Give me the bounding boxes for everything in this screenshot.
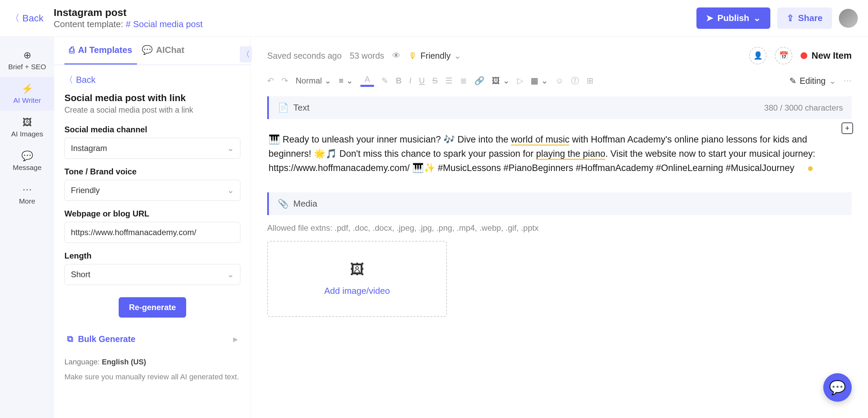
header-actions: ➤ Publish ⌄ ⇪ Share	[696, 7, 858, 29]
image-icon: 🖼	[492, 76, 500, 86]
avatar[interactable]	[839, 9, 858, 28]
tone-value: Friendly	[71, 186, 100, 195]
media-dropzone[interactable]: 🖼 Add image/video	[267, 241, 447, 317]
left-nav: ⊕ Brief + SEO ⚡ AI Writer 🖼 AI Images 💬 …	[0, 37, 54, 418]
chat-fab-button[interactable]: 💬	[823, 373, 852, 402]
channel-label: Social media channel	[64, 125, 240, 134]
italic-button[interactable]: I	[409, 76, 412, 86]
language-value[interactable]: English (US)	[102, 358, 146, 366]
user-plus-icon: 👤	[753, 51, 763, 60]
channel-select[interactable]: Instagram ⌄	[64, 138, 240, 159]
link-button[interactable]: 🔗	[474, 76, 485, 86]
nav-more[interactable]: ⋯ More	[0, 178, 54, 211]
align-select[interactable]: ≡⌄	[339, 76, 353, 86]
nav-message[interactable]: 💬 Message	[0, 144, 54, 178]
emoji-button[interactable]: ☺	[555, 76, 564, 86]
redo-button[interactable]: ↷	[281, 76, 288, 86]
content-part: 🎹 Ready to unleash your inner musician? …	[269, 134, 511, 145]
editor-topbar: Saved seconds ago 53 words 👁 🎙 Friendly …	[267, 47, 852, 64]
style-select[interactable]: Normal ⌄	[296, 76, 331, 86]
back-button[interactable]: 〈 Back	[10, 12, 43, 25]
add-user-button[interactable]: 👤	[749, 47, 767, 64]
tone-select[interactable]: Friendly ⌄	[64, 180, 240, 201]
collapse-panel-button[interactable]: 〈	[240, 46, 252, 62]
channel-value: Instagram	[71, 144, 107, 153]
template-line: Content template: # Social media post	[54, 19, 696, 30]
image-insert-button[interactable]: 🖼⌄	[492, 76, 510, 86]
more-icon: ⋯	[22, 184, 32, 195]
target-icon: ⊕	[23, 50, 31, 61]
undo-button[interactable]: ↶	[267, 76, 274, 86]
content-text[interactable]: + 🎹 Ready to unleash your inner musician…	[267, 119, 852, 189]
align-icon: ≡	[339, 76, 343, 86]
header-title-group: Instagram post Content template: # Socia…	[54, 7, 696, 30]
publish-button[interactable]: ➤ Publish ⌄	[696, 7, 770, 29]
chevron-down-icon: ⌄	[324, 76, 331, 86]
length-select[interactable]: Short ⌄	[64, 264, 240, 285]
url-label: Webpage or blog URL	[64, 209, 240, 218]
language-label: Language:	[64, 358, 100, 366]
chat-icon: 💬	[829, 380, 846, 396]
chevron-down-icon: ⌄	[753, 13, 761, 23]
chevron-down-icon: ⌄	[227, 144, 234, 153]
chevron-down-icon: ⌄	[227, 186, 234, 195]
share-button[interactable]: ⇪ Share	[777, 7, 832, 29]
text-section-header: 📄 Text 380 / 3000 characters	[267, 96, 852, 119]
status-dot-icon	[801, 52, 807, 59]
tab-aichat[interactable]: 💬 AIChat	[137, 37, 189, 64]
chat-bubbles-icon: 💬	[142, 45, 153, 55]
copy-icon: ⧉	[67, 334, 73, 344]
panel-back-button[interactable]: 〈 Back	[64, 74, 240, 86]
length-label: Length	[64, 251, 240, 261]
annotation-dot-icon[interactable]	[808, 166, 813, 171]
font-color-button[interactable]: A	[360, 75, 374, 87]
video-button[interactable]: ▷	[517, 76, 523, 86]
bulk-generate-button[interactable]: ⧉ Bulk Generate ▸	[64, 330, 240, 347]
section-title-text: Text	[293, 102, 310, 113]
add-block-button[interactable]: +	[842, 122, 853, 134]
section-title-text: Media	[293, 198, 317, 209]
url-value: https://www.hoffmanacademy.com/	[71, 228, 196, 237]
pencil-icon: ✎	[789, 76, 796, 86]
attachment-icon: 📎	[278, 198, 289, 209]
eye-icon[interactable]: 👁	[392, 51, 400, 60]
tab-label: AIChat	[156, 45, 184, 55]
content-highlight: world of music	[511, 134, 570, 146]
image-icon: 🖼	[350, 261, 364, 278]
clear-format-button[interactable]: Ⓣ	[571, 75, 579, 86]
tab-ai-templates[interactable]: ⎙ AI Templates	[64, 37, 137, 64]
url-input[interactable]: https://www.hoffmanacademy.com/	[64, 222, 240, 243]
nav-label: AI Writer	[13, 96, 41, 104]
ol-button[interactable]: ≣	[460, 76, 467, 86]
bold-button[interactable]: B	[396, 76, 401, 86]
word-count: 53 words	[350, 51, 384, 61]
comment-button[interactable]: ⊞	[587, 76, 593, 86]
table-button[interactable]: ▦⌄	[531, 76, 548, 86]
chevron-down-icon: ⌄	[541, 76, 548, 86]
bolt-icon: ⚡	[21, 83, 33, 94]
allowed-extensions: Allowed file extns: .pdf, .doc, .docx, .…	[267, 223, 852, 233]
tone-indicator[interactable]: 🎙 Friendly ⌄	[409, 51, 461, 61]
calendar-icon: 📅	[779, 51, 788, 60]
more-button[interactable]: ⋯	[844, 76, 852, 86]
regenerate-button[interactable]: Re-generate	[119, 297, 186, 318]
highlight-button[interactable]: ✎	[381, 76, 388, 86]
bulk-label: Bulk Generate	[78, 334, 136, 344]
chevron-down-icon: ⌄	[227, 270, 234, 279]
nav-brief-seo[interactable]: ⊕ Brief + SEO	[0, 43, 54, 77]
font-a-icon: A	[364, 75, 370, 84]
schedule-button[interactable]: 📅	[775, 47, 792, 64]
nav-ai-writer[interactable]: ⚡ AI Writer	[0, 77, 54, 111]
nav-label: Message	[13, 164, 41, 172]
templates-icon: ⎙	[69, 45, 75, 55]
nav-label: Brief + SEO	[8, 63, 46, 71]
new-item-button[interactable]: New Item	[801, 51, 852, 61]
template-link[interactable]: # Social media post	[126, 19, 203, 29]
ul-button[interactable]: ☰	[445, 76, 453, 86]
editing-mode-button[interactable]: ✎ Editing ⌄	[789, 76, 836, 86]
strike-button[interactable]: S	[432, 76, 438, 86]
nav-ai-images[interactable]: 🖼 AI Images	[0, 111, 54, 144]
underline-button[interactable]: U	[419, 76, 425, 86]
language-line: Language: English (US)	[64, 358, 240, 366]
add-media-label: Add image/video	[324, 286, 390, 296]
